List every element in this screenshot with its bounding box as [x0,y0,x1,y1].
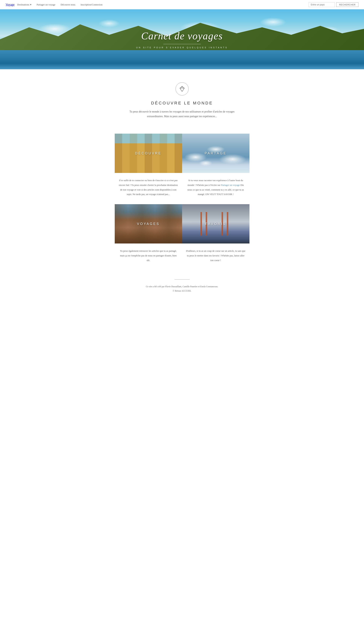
diamond-icon [179,86,185,92]
feature-partage-desc: Si tu veux nous raconter ton expérience … [182,173,250,204]
nav-link-inscription[interactable]: Inscription/Connexion [78,3,105,6]
intro-body: Tu peux découvrir le monde à travers les… [126,109,238,119]
footer: Ce site a été créé par Flavie Dussaillan… [0,270,364,298]
feature-favoris: FAVORIS D'ailleurs, si tu as un coup de … [182,204,250,270]
nav-link-partager[interactable]: Partager un voyage [34,3,58,6]
chevron-down-icon: ▾ [30,3,32,6]
feature-partage-label: PARTAGE [204,152,227,155]
feature-partage: PARTAGE Si tu veux nous raconter ton exp… [182,134,250,204]
feature-decouvre-desc: Il te suffit de te connecter ou bien de … [115,173,182,204]
nav-link-destinations[interactable]: Destinations ▾ [14,3,34,6]
feature-voyages-label: VOYAGES [137,222,160,226]
navbar: Voyage Destinations ▾ Partager un voyage… [0,0,364,9]
hero-subtitle: UN SITE POUR S'EVADER QUELQUES INSTANTS [136,46,228,49]
feature-favoris-desc: D'ailleurs, si tu as un coup de coeur su… [182,244,250,270]
feature-favoris-image[interactable]: FAVORIS [182,204,250,244]
search-input[interactable] [308,2,335,7]
hero-banner: Carnet de voyages UN SITE POUR S'EVADER … [0,9,364,69]
nav-brand[interactable]: Voyage [6,3,14,6]
intro-heading: DÉCOUVRE LE MONDE [4,101,360,106]
nav-link-decouvre[interactable]: Découvre nous [58,3,78,6]
hero-divider [164,44,201,44]
feature-decouvre-label: DÉCOUVRE [135,152,162,155]
feature-voyages-desc: Tu peux également retrouver les articles… [115,244,182,270]
feature-favoris-label: FAVORIS [205,222,226,226]
feature-voyages: VOYAGES Tu peux également retrouver les … [115,204,182,270]
feature-voyages-image[interactable]: VOYAGES [115,204,182,244]
feature-decouvre: DÉCOUVRE Il te suffit de te connecter ou… [115,134,182,204]
feature-grid: DÉCOUVRE Il te suffit de te connecter ou… [111,134,253,270]
hero-title: Carnet de voyages [136,30,228,42]
footer-back-link[interactable]: © Retour ACCUEIL [173,290,191,292]
feature-decouvre-image[interactable]: DÉCOUVRE [115,134,182,173]
partager-voyage-link[interactable]: Partager un voyage [221,184,240,186]
feature-partage-image[interactable]: PARTAGE [182,134,250,173]
footer-back: © Retour ACCUEIL [4,290,360,292]
intro-section: DÉCOUVRE LE MONDE Tu peux découvrir le m… [0,69,364,128]
hero-lake [0,50,364,69]
nav-search: RECHERCHER [308,2,358,7]
nav-links: Destinations ▾ Partager un voyage Découv… [14,3,309,6]
footer-credit: Ce site a été créé par Flavie Dussaillan… [4,285,360,288]
hero-text: Carnet de voyages UN SITE POUR S'EVADER … [136,30,228,49]
diamond-icon-circle [176,82,189,96]
svg-marker-0 [180,86,184,92]
search-button[interactable]: RECHERCHER [336,2,358,7]
